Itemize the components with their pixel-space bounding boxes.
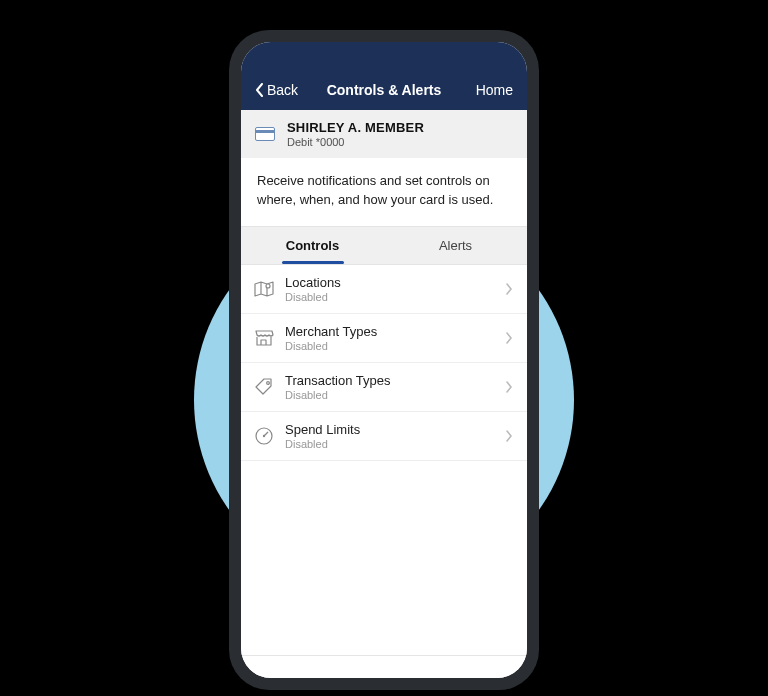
map-icon <box>253 278 275 300</box>
svg-point-3 <box>267 381 270 384</box>
tab-bar: Controls Alerts <box>241 226 527 265</box>
phone-frame: Back Controls & Alerts Home SHIRLEY A. M… <box>229 30 539 690</box>
svg-rect-1 <box>256 130 275 133</box>
item-title: Merchant Types <box>285 324 495 339</box>
chevron-left-icon <box>255 83 265 97</box>
tab-controls[interactable]: Controls <box>241 227 384 264</box>
card-last4: Debit *0000 <box>287 136 424 148</box>
content-fill <box>241 461 527 656</box>
item-transaction-types[interactable]: Transaction Types Disabled <box>241 363 527 412</box>
footer-space <box>241 656 527 678</box>
nav-bar: Back Controls & Alerts Home <box>241 70 527 110</box>
tab-alerts[interactable]: Alerts <box>384 227 527 264</box>
item-title: Transaction Types <box>285 373 495 388</box>
card-summary: SHIRLEY A. MEMBER Debit *0000 <box>241 110 527 158</box>
controls-list: Locations Disabled Merchant Types Disabl… <box>241 265 527 461</box>
item-spend-limits[interactable]: Spend Limits Disabled <box>241 412 527 461</box>
description-text: Receive notifications and set controls o… <box>241 158 527 226</box>
svg-rect-0 <box>256 128 275 141</box>
cardholder-name: SHIRLEY A. MEMBER <box>287 120 424 135</box>
item-status: Disabled <box>285 438 495 450</box>
tag-icon <box>253 376 275 398</box>
item-status: Disabled <box>285 389 495 401</box>
item-title: Locations <box>285 275 495 290</box>
page-title: Controls & Alerts <box>327 82 442 98</box>
svg-point-2 <box>266 284 270 288</box>
item-title: Spend Limits <box>285 422 495 437</box>
back-label: Back <box>267 82 298 98</box>
gauge-icon <box>253 425 275 447</box>
store-icon <box>253 327 275 349</box>
chevron-right-icon <box>505 381 513 393</box>
back-button[interactable]: Back <box>255 82 315 98</box>
credit-card-icon <box>255 127 275 141</box>
chevron-right-icon <box>505 283 513 295</box>
home-button[interactable]: Home <box>453 82 513 98</box>
item-merchant-types[interactable]: Merchant Types Disabled <box>241 314 527 363</box>
chevron-right-icon <box>505 430 513 442</box>
svg-point-5 <box>263 434 265 436</box>
status-bar <box>241 42 527 70</box>
chevron-right-icon <box>505 332 513 344</box>
phone-screen: Back Controls & Alerts Home SHIRLEY A. M… <box>241 42 527 678</box>
item-status: Disabled <box>285 340 495 352</box>
item-locations[interactable]: Locations Disabled <box>241 265 527 314</box>
item-status: Disabled <box>285 291 495 303</box>
